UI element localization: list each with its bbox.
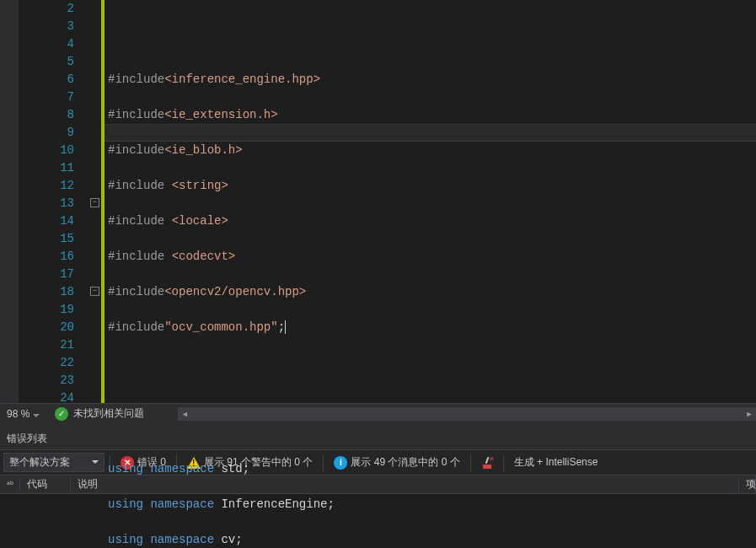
check-circle-icon: ✓ bbox=[55, 407, 68, 421]
scope-dropdown[interactable]: 整个解决方案 bbox=[3, 453, 105, 472]
code-editor[interactable]: 2 3 4 5 6 7 8 9 10 11 12 13 14 15 16 17 … bbox=[0, 0, 756, 403]
fold-toggle-icon[interactable]: − bbox=[90, 287, 99, 296]
zoom-level[interactable]: 98 % bbox=[0, 408, 46, 420]
line-number-gutter: 2 3 4 5 6 7 8 9 10 11 12 13 14 15 16 17 … bbox=[19, 0, 89, 403]
text-cursor bbox=[285, 320, 286, 334]
fold-column[interactable]: − − bbox=[89, 0, 101, 403]
chevron-down-icon bbox=[33, 414, 40, 417]
sort-column-icon[interactable]: ᵃᵇ bbox=[0, 478, 20, 491]
breakpoint-margin[interactable] bbox=[0, 0, 19, 403]
code-content[interactable]: #include<inference_engine.hpp> #include<… bbox=[105, 0, 756, 403]
fold-toggle-icon[interactable]: − bbox=[90, 198, 99, 207]
column-code[interactable]: 代码 bbox=[20, 475, 71, 493]
